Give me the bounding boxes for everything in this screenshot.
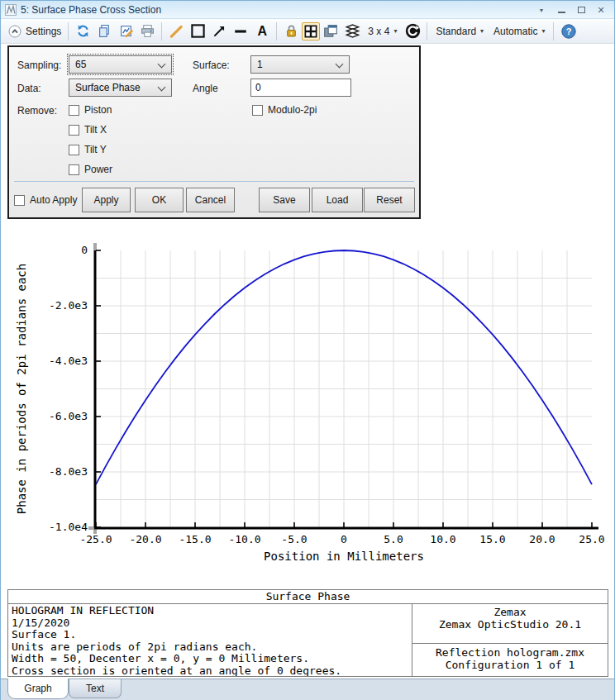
svg-text:0: 0: [341, 533, 347, 545]
svg-text:Position in Millimeters: Position in Millimeters: [264, 550, 424, 563]
svg-text:25.0: 25.0: [579, 533, 604, 545]
draw-line-button[interactable]: [231, 21, 250, 41]
draw-rectangle-button[interactable]: [188, 21, 207, 41]
window-menu-button[interactable]: ▾: [532, 2, 551, 18]
summary-left-cell: HOLOGRAM IN REFLECTION 1/15/2020 Surface…: [8, 604, 412, 676]
maximize-button[interactable]: [571, 2, 591, 18]
minimize-button[interactable]: [551, 2, 571, 18]
svg-text:?: ?: [566, 26, 572, 36]
chevron-down-icon: ▾: [541, 27, 545, 35]
copy-button[interactable]: [94, 21, 114, 41]
tab-text[interactable]: Text: [69, 679, 122, 698]
data-label: Data:: [17, 83, 41, 94]
tab-bar: Graph Text: [1, 679, 614, 700]
svg-text:-2.0e3: -2.0e3: [49, 299, 88, 312]
data-dropdown[interactable]: Surface Phase: [69, 79, 172, 97]
ok-button[interactable]: OK: [135, 188, 184, 212]
draw-pencil-button[interactable]: [166, 21, 186, 41]
tab-graph[interactable]: Graph: [7, 679, 69, 699]
svg-text:-6.0e3: -6.0e3: [49, 410, 88, 422]
save-button[interactable]: Save: [259, 188, 310, 212]
aspect-ratio-dropdown[interactable]: Automatic ▾: [489, 26, 550, 37]
window-controls: ▾ ✕: [532, 1, 611, 19]
tilt-y-checkbox[interactable]: Tilt Y: [69, 143, 107, 156]
surface-layers-button[interactable]: [342, 21, 362, 41]
draw-text-button[interactable]: A: [252, 21, 272, 41]
window-title: 5: Surface Phase Cross Section: [21, 4, 161, 16]
summary-file-cell: Reflection hologram.zmx Configuration 1 …: [412, 644, 608, 671]
summary-title: Surface Phase: [8, 590, 608, 604]
modulo-2pi-checkbox[interactable]: Modulo-2pi: [252, 103, 317, 117]
toolbar-separator: [68, 22, 69, 40]
checkbox-box: [69, 125, 79, 136]
print-icon: [141, 24, 155, 38]
chevron-down-icon: ▾: [540, 7, 543, 14]
checkbox-box: [69, 105, 79, 116]
summary-line: Zemax: [412, 606, 608, 618]
draw-arrow-button[interactable]: [209, 21, 229, 41]
chevron-down-icon: [158, 83, 166, 92]
tilt-x-checkbox[interactable]: Tilt X: [69, 123, 107, 136]
summary-line: Surface 1.: [12, 629, 412, 641]
sampling-dropdown[interactable]: 65: [69, 55, 172, 74]
settings-toggle-button[interactable]: Settings: [5, 25, 64, 38]
svg-text:-10.0: -10.0: [228, 533, 260, 545]
summary-line: Reflection hologram.zmx: [412, 646, 608, 659]
svg-text:0: 0: [81, 244, 88, 256]
settings-panel: Sampling: 65 Surface: 1 Data: Surface Ph…: [7, 45, 421, 219]
layers-icon: [345, 23, 360, 39]
summary-line: 1/15/2020: [12, 617, 412, 630]
settings-toggle-label: Settings: [26, 26, 61, 37]
help-button[interactable]: ?: [559, 21, 579, 41]
svg-text:5.0: 5.0: [384, 533, 403, 545]
invert-colors-button[interactable]: [403, 21, 422, 41]
maximize-icon: [578, 7, 585, 13]
sampling-value: 65: [75, 59, 86, 70]
refresh-icon: [76, 24, 90, 38]
svg-text:-4.0e3: -4.0e3: [49, 355, 88, 367]
tilt-y-checkbox-label: Tilt Y: [84, 144, 107, 155]
save-graphic-icon: [119, 24, 133, 38]
pencil-icon: [169, 24, 184, 39]
save-graphic-button[interactable]: [116, 21, 136, 41]
standard-dropdown[interactable]: Standard ▾: [431, 26, 489, 37]
split-view-button[interactable]: [302, 22, 320, 40]
remove-label: Remove:: [17, 105, 57, 117]
split-view-icon: [304, 25, 317, 38]
surface-dropdown[interactable]: 1: [250, 55, 350, 74]
svg-text:15.0: 15.0: [479, 533, 505, 545]
svg-text:-20.0: -20.0: [129, 533, 161, 545]
summary-right-cell: Zemax Zemax OpticStudio 20.1 Reflection …: [412, 604, 608, 676]
rectangle-icon: [190, 23, 206, 39]
svg-text:10.0: 10.0: [430, 533, 455, 545]
close-button[interactable]: ✕: [591, 2, 611, 18]
auto-apply-checkbox[interactable]: Auto Apply: [14, 193, 77, 207]
modulo-2pi-checkbox-label: Modulo-2pi: [268, 104, 317, 116]
phase-cross-section-chart: -25.0-20.0-15.0-10.0-5.005.010.015.020.0…: [1, 222, 615, 583]
piston-checkbox[interactable]: Piston: [69, 103, 112, 117]
refresh-button[interactable]: [73, 21, 93, 41]
summary-panel: Surface Phase HOLOGRAM IN REFLECTION 1/1…: [7, 589, 608, 677]
auto-apply-checkbox-label: Auto Apply: [30, 194, 77, 206]
lock-button[interactable]: [281, 21, 301, 41]
text-tool-icon: A: [258, 25, 268, 38]
standard-label: Standard: [436, 26, 476, 37]
grid-size-dropdown[interactable]: 3 x 4 ▾: [363, 26, 402, 37]
summary-line: Width = 50, Decenter x = 0, y = 0 Millim…: [12, 653, 412, 665]
reset-button[interactable]: Reset: [364, 188, 415, 212]
piston-checkbox-label: Piston: [84, 104, 112, 116]
power-checkbox[interactable]: Power: [69, 163, 112, 176]
apply-button[interactable]: Apply: [82, 188, 131, 212]
svg-text:20.0: 20.0: [529, 533, 555, 545]
cancel-button[interactable]: Cancel: [186, 188, 235, 212]
rotate-icon: [405, 23, 421, 39]
lock-icon: [284, 24, 298, 38]
chevron-down-icon: ▾: [480, 27, 484, 35]
load-button[interactable]: Load: [312, 188, 363, 212]
svg-text:Phase in periods of 2pi radian: Phase in periods of 2pi radians each: [15, 264, 28, 514]
title-bar: 5: Surface Phase Cross Section ▾ ✕: [1, 1, 614, 19]
print-button[interactable]: [137, 21, 157, 41]
new-window-button[interactable]: [321, 21, 341, 41]
toolbar-separator: [553, 22, 554, 40]
angle-input[interactable]: [250, 79, 351, 97]
